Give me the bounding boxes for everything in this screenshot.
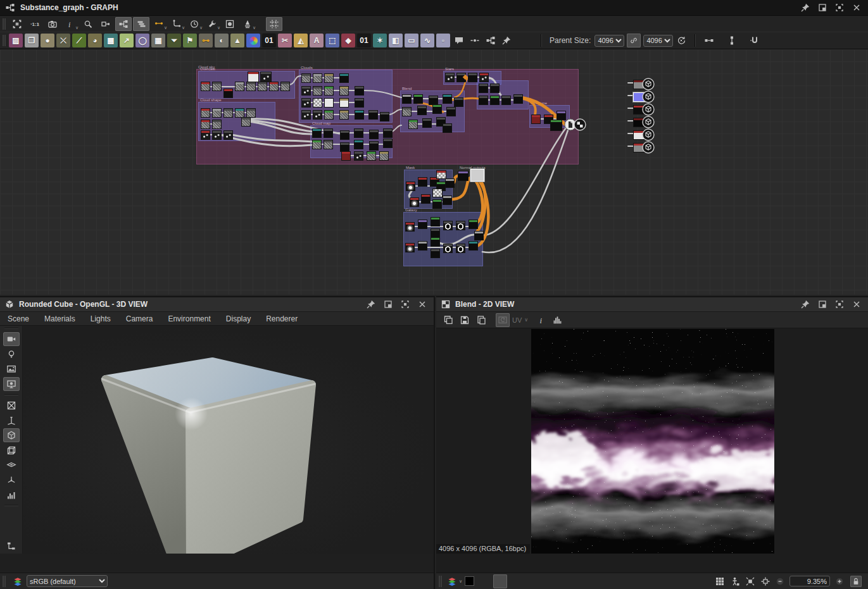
graph-node[interactable] <box>313 74 322 82</box>
graph-node[interactable] <box>341 143 349 151</box>
histogram-button[interactable] <box>551 313 565 327</box>
node-create-button-19[interactable]: ◭ <box>294 34 308 47</box>
graph-node[interactable] <box>406 223 414 231</box>
graph-node[interactable] <box>446 73 454 82</box>
graph-node[interactable] <box>433 189 442 197</box>
graph-node[interactable] <box>431 238 439 246</box>
graph-node[interactable] <box>340 87 348 95</box>
node-create-button-2[interactable]: ❐ <box>25 34 39 47</box>
graph-node[interactable] <box>340 99 348 107</box>
output-node[interactable] <box>634 130 657 142</box>
node-create-button-14[interactable]: ◐ <box>215 34 229 47</box>
graph-node[interactable] <box>422 195 430 203</box>
node-create-button-21[interactable]: ⬚ <box>325 34 339 47</box>
toolbar-button-graphshare[interactable] <box>115 17 132 31</box>
graph-node[interactable] <box>418 242 427 250</box>
graph-node[interactable] <box>201 109 210 117</box>
graph-node[interactable] <box>201 120 210 128</box>
graph-node[interactable] <box>380 152 388 160</box>
graph-node[interactable] <box>247 109 255 117</box>
alignv-button[interactable] <box>725 34 739 47</box>
graph-node[interactable] <box>418 220 427 228</box>
link-size-button[interactable] <box>627 34 641 47</box>
close-icon[interactable] <box>852 299 862 309</box>
graph-node[interactable] <box>261 72 271 82</box>
float-window-icon[interactable] <box>817 3 827 13</box>
node-create-button-11[interactable]: ⏷ <box>167 34 181 47</box>
graph-node[interactable] <box>443 95 451 103</box>
graph-node[interactable] <box>281 82 289 90</box>
node-create-button-27[interactable]: ∿ <box>420 34 434 47</box>
graph-node[interactable] <box>340 74 348 82</box>
graph-node[interactable] <box>324 129 332 137</box>
graph-node[interactable] <box>325 87 333 95</box>
node-create-button-17[interactable]: 01 <box>262 34 276 47</box>
graph-node[interactable] <box>325 111 333 119</box>
wirecube-tool-button[interactable] <box>3 443 20 457</box>
toolbar-button-brush[interactable]: ∨ <box>239 17 256 31</box>
graph-node[interactable] <box>369 111 377 119</box>
view-3d-output-badge-icon[interactable] <box>642 128 655 141</box>
graph-node[interactable] <box>302 99 310 107</box>
graph-node[interactable] <box>355 140 363 149</box>
graph-node[interactable] <box>355 111 363 119</box>
graph-node[interactable] <box>479 96 487 104</box>
view-3d-output-badge-icon[interactable] <box>642 90 655 103</box>
graph-node[interactable] <box>431 249 439 257</box>
pin-icon[interactable] <box>366 299 376 309</box>
mannequin-icon[interactable] <box>730 576 740 586</box>
graph-node[interactable] <box>403 95 411 103</box>
uv-chevron-icon[interactable]: ∨ <box>524 317 528 323</box>
graph-node[interactable] <box>443 196 451 204</box>
toolbar-button-one2one[interactable]: 1:1 <box>27 17 43 31</box>
graph-node[interactable] <box>446 179 454 187</box>
node-create-button-13[interactable]: ⊶ <box>199 34 213 47</box>
comment-button[interactable] <box>452 34 466 47</box>
graph-node[interactable] <box>370 130 378 139</box>
pin-icon[interactable] <box>800 299 810 309</box>
graphshare-button[interactable] <box>484 34 498 47</box>
colorspace-select[interactable]: sRGB (default) <box>27 575 108 587</box>
graph-node[interactable] <box>313 99 322 107</box>
view-3d-output-badge-icon[interactable] <box>642 103 655 116</box>
node-create-button-23[interactable]: 01 <box>357 34 371 47</box>
checker-badge-icon[interactable] <box>574 118 586 131</box>
graph-node[interactable] <box>242 118 250 126</box>
graph-node[interactable] <box>313 87 322 95</box>
color-layers-icon[interactable] <box>447 576 457 586</box>
parent-size-width-select[interactable]: 4096 <box>594 35 624 47</box>
channels-icon[interactable] <box>479 576 489 586</box>
menu-display[interactable]: Display <box>226 314 251 323</box>
video-tool-button[interactable] <box>3 332 20 346</box>
output-node[interactable] <box>634 117 657 130</box>
graph-node[interactable] <box>302 87 310 95</box>
pin-button[interactable] <box>500 34 513 47</box>
graph-node[interactable] <box>502 96 510 104</box>
graph-node[interactable] <box>201 82 210 90</box>
actual-size-icon[interactable] <box>760 576 771 586</box>
view-3d-output-badge-icon[interactable] <box>642 116 655 128</box>
graph-node[interactable] <box>355 152 363 160</box>
graph-node[interactable] <box>213 109 221 117</box>
graph-node[interactable] <box>433 105 441 113</box>
graph-node[interactable] <box>384 139 392 147</box>
graph-node[interactable] <box>423 119 431 127</box>
graph-node[interactable] <box>341 131 349 139</box>
node-create-button-8[interactable]: ↗ <box>120 34 134 47</box>
menu-environment[interactable]: Environment <box>168 314 210 323</box>
axes-tool-button[interactable] <box>3 413 20 427</box>
graph-node[interactable] <box>447 108 455 116</box>
graph-node[interactable] <box>201 131 210 139</box>
color-layers-icon[interactable] <box>13 576 23 586</box>
2d-canvas[interactable]: 4096 x 4096 (RGBA, 16bpc) <box>436 329 868 554</box>
graph-node[interactable] <box>406 244 414 252</box>
graph-node[interactable] <box>355 87 363 95</box>
toolbar-button-refframe[interactable] <box>97 17 114 31</box>
node-create-button-12[interactable]: ⚑ <box>183 34 197 47</box>
zoom-in-button[interactable] <box>835 577 844 586</box>
graph-node[interactable] <box>355 129 363 137</box>
zoom-lock-button[interactable] <box>850 576 862 587</box>
node-create-button-15[interactable]: ▲ <box>230 34 244 47</box>
node-create-button-1[interactable]: ▨ <box>9 34 23 47</box>
graph-node[interactable] <box>469 220 477 228</box>
